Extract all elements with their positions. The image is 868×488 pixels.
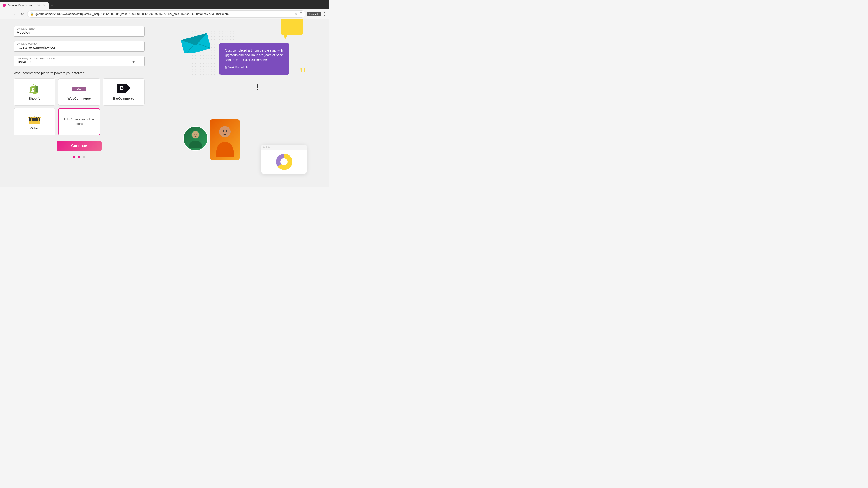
- testimonial-handle: @DavidFrosdick: [225, 65, 284, 70]
- svg-rect-8: [39, 118, 40, 121]
- incognito-badge: Incognito: [307, 12, 321, 16]
- other-logo: [28, 113, 41, 125]
- svg-rect-7: [35, 118, 38, 121]
- svg-text:B: B: [120, 85, 124, 91]
- browser-toolbar: ← → ↻ 🔒 getdrip.com/7641396/welcome/setu…: [0, 8, 329, 20]
- svg-rect-22: [281, 20, 303, 35]
- company-name-input[interactable]: [17, 31, 142, 35]
- bookmark-icon[interactable]: ☆: [294, 12, 298, 16]
- chart-dot-1: [263, 147, 265, 148]
- pagination-dot-3: [83, 156, 86, 158]
- extensions-icon[interactable]: ☰: [299, 12, 303, 16]
- chart-titlebar: [261, 144, 307, 150]
- platform-card-other[interactable]: Other: [13, 108, 55, 135]
- svg-point-27: [192, 131, 199, 138]
- illustration-panel: 👍 "Just completed a Shopify store sync w…: [158, 20, 329, 187]
- person-rect-orange: [210, 119, 240, 160]
- tab-close-button[interactable]: ✕: [43, 3, 46, 7]
- company-name-group: Company name*: [13, 26, 145, 37]
- shopify-label: Shopify: [29, 97, 40, 100]
- svg-marker-23: [284, 35, 287, 40]
- woocommerce-label: WooCommerce: [68, 97, 91, 100]
- company-website-group: Company website*: [13, 41, 145, 52]
- exclamation-mark: !: [256, 83, 259, 92]
- thumbs-up-bubble: 👍: [279, 20, 307, 43]
- reload-button[interactable]: ↻: [19, 11, 25, 17]
- quote-marks: ": [300, 65, 318, 84]
- contacts-field-wrapper: How many contacts do you have?* Under 5K…: [13, 56, 145, 66]
- browser-tab-bar: D Account Setup - Store · Drip ✕ +: [0, 0, 329, 8]
- platform-card-no-store[interactable]: I don't have an online store: [58, 108, 100, 135]
- svg-point-30: [219, 126, 230, 137]
- platform-grid-row2: Other I don't have an online store: [13, 108, 145, 135]
- continue-button[interactable]: Continue: [57, 141, 102, 151]
- company-name-label: Company name*: [17, 27, 142, 30]
- testimonial-quote: "Just completed a Shopify store sync wit…: [225, 48, 284, 62]
- chart-body: [261, 150, 307, 173]
- chart-dot-2: [266, 147, 267, 148]
- platform-card-bigcommerce[interactable]: B BigCommerce: [103, 78, 145, 105]
- platform-card-shopify[interactable]: Shopify: [13, 78, 55, 105]
- pagination-dot-2: [78, 156, 81, 158]
- contacts-group: How many contacts do you have?* Under 5K…: [13, 56, 145, 66]
- browser-menu-button[interactable]: ⋮: [322, 11, 327, 17]
- pagination-dot-1: [73, 156, 75, 158]
- company-website-label: Company website*: [17, 42, 142, 45]
- svg-point-32: [226, 130, 227, 132]
- chart-dot-3: [268, 147, 270, 148]
- svg-text:": ": [300, 65, 306, 83]
- toolbar-right: Incognito ⋮: [307, 11, 327, 17]
- contacts-select[interactable]: Under 5K 5K - 25K 25K - 100K 100K+: [17, 60, 135, 64]
- active-tab[interactable]: D Account Setup - Store · Drip ✕: [0, 2, 49, 8]
- testimonial-box: "Just completed a Shopify store sync wit…: [219, 43, 289, 74]
- bigcommerce-logo: B: [117, 84, 130, 95]
- company-name-field-wrapper: Company name*: [13, 26, 145, 37]
- form-panel: Company name* Company website* How many …: [0, 20, 158, 187]
- pagination-dots: [13, 156, 145, 158]
- lock-icon: 🔒: [30, 12, 34, 15]
- new-tab-button[interactable]: +: [49, 2, 55, 8]
- platform-question: What ecommerce platform powers your stor…: [13, 71, 145, 75]
- svg-point-34: [280, 158, 287, 165]
- tab-favicon: D: [3, 4, 6, 7]
- page-content: Company name* Company website* How many …: [0, 20, 329, 187]
- person-circle-green: [183, 126, 208, 151]
- empty-cell: [103, 108, 145, 135]
- company-website-field-wrapper: Company website*: [13, 41, 145, 52]
- contacts-select-wrapper: Under 5K 5K - 25K 25K - 100K 100K+ ▼: [17, 60, 135, 64]
- email-envelope: [181, 33, 210, 54]
- bigcommerce-label: BigCommerce: [113, 97, 134, 100]
- pie-chart: [275, 153, 293, 171]
- svg-text:Woo: Woo: [77, 88, 81, 90]
- address-text: getdrip.com/7641396/welcome/setup/store?…: [35, 12, 292, 15]
- company-website-input[interactable]: [17, 45, 142, 50]
- svg-point-28: [194, 134, 195, 135]
- tab-title: Account Setup - Store · Drip: [8, 4, 41, 7]
- contacts-label: How many contacts do you have?*: [17, 57, 135, 60]
- platform-card-woocommerce[interactable]: Woo WooCommerce: [58, 78, 100, 105]
- no-store-label: I don't have an online store: [62, 117, 96, 126]
- svg-rect-5: [29, 118, 31, 121]
- svg-point-29: [196, 134, 197, 135]
- shopify-logo: [28, 84, 41, 95]
- chart-window: [261, 144, 307, 173]
- forward-button[interactable]: →: [11, 11, 17, 17]
- svg-point-31: [223, 130, 224, 132]
- back-button[interactable]: ←: [3, 11, 9, 17]
- address-bar[interactable]: 🔒 getdrip.com/7641396/welcome/setup/stor…: [27, 10, 305, 18]
- other-label: Other: [30, 127, 39, 130]
- svg-rect-6: [32, 118, 35, 121]
- woocommerce-logo: Woo: [72, 84, 86, 95]
- platform-grid-row1: Shopify Woo WooCommerce B: [13, 78, 145, 105]
